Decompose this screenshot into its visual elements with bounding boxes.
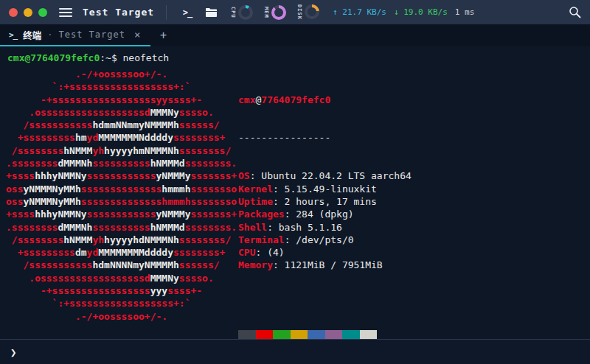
shell-prompt-line: cmx@7764079fefc0:~$ neofetch <box>7 52 169 64</box>
info-row: Shell: bash 5.1.16 <box>238 221 412 234</box>
art-line: /sssssssshNMMMyhhyyyyhdNMMMNhssssssss/ <box>6 234 237 246</box>
art-line: +sssssssssdmydMMMMMMMMddddyssssssss+ <box>6 246 237 259</box>
info-row: Terminal: /dev/pts/0 <box>238 234 412 246</box>
art-line: .ossssssssssssssssssdMMMNysssso. <box>6 272 237 284</box>
tab-terminal[interactable]: >_ 终端 · Test Target × <box>0 24 150 46</box>
neofetch-separator: ---------------- <box>238 131 412 144</box>
tab-subtitle: Test Target <box>59 29 125 40</box>
mem-gauge[interactable] <box>271 5 286 20</box>
tab-close-icon[interactable]: × <box>134 29 140 41</box>
new-tab-button[interactable]: + <box>150 24 176 46</box>
disk-gauge[interactable] <box>305 4 319 19</box>
info-row: Memory: 1121MiB / 7951MiB <box>238 259 412 271</box>
info-row: Packages: 284 (dpkg) <box>238 208 412 220</box>
tab-bar: >_ 终端 · Test Target × + <box>0 24 590 46</box>
art-line: .-/+oossssoo+/-. <box>6 68 237 80</box>
tab-terminal-icon: >_ <box>9 30 17 40</box>
art-line: .ssssssssdMMMNhsssssssssshNMMMdssssssss. <box>6 221 237 234</box>
disk-gauge-label: DISK <box>296 4 302 20</box>
art-line: -+sssssssssssssssssyyyssss+- <box>6 284 237 297</box>
art-line: ossyNMMMNyMMhsssssssssssssshmmmhssssssso <box>6 183 237 195</box>
cpu-gauge-label: CPU <box>230 7 236 18</box>
close-window-button[interactable] <box>9 8 18 17</box>
neofetch-ascii-art: .-/+oossssoo+/-. `:+ssssssssssssssssss+:… <box>6 68 237 323</box>
titlebar-divider <box>166 5 167 20</box>
art-line: ossyNMMMNyMMhsssssssssssssshmmmhssssssso <box>6 195 237 208</box>
download-speed: ↓ 19.0 KB/s <box>394 7 448 17</box>
art-line: +sssshhhyNMMNyssssssssssssyNMMMysssssss+ <box>6 208 237 220</box>
cpu-gauge-group: CPU <box>230 5 253 20</box>
art-line: +sssshhhyNMMNyssssssssssssyNMMMysssssss+ <box>6 169 237 182</box>
mem-gauge-group: MEM <box>263 5 286 20</box>
zoom-window-button[interactable] <box>38 8 47 17</box>
terminal-output[interactable]: cmx@7764079fefc0:~$ neofetch .-/+oosssso… <box>0 46 590 339</box>
art-line: `:+ssssssssssssssssss+:` <box>6 297 237 309</box>
prompt-user-host: cmx@7764079fefc0 <box>7 52 100 63</box>
folder-icon[interactable] <box>202 4 220 21</box>
prompt-chevron-icon: ❯ <box>10 346 16 358</box>
window-titlebar: Test Target >_ CPU MEM DISK ↑ 21.7 KB/s … <box>0 0 590 24</box>
info-row: OS: Ubuntu 22.04.2 LTS aarch64 <box>238 169 412 182</box>
latency: 1 ms <box>455 7 475 17</box>
neofetch-info-panel: cmx@7764079fefc0 ---------------- OS: Ub… <box>238 68 412 364</box>
network-stats: ↑ 21.7 KB/s ↓ 19.0 KB/s 1 ms <box>333 7 474 17</box>
art-line: .ossssssssssssssssssdMMMNysssso. <box>6 106 237 119</box>
window-title: Test Target <box>83 7 154 18</box>
info-row: Kernel: 5.15.49-linuxkit <box>238 183 412 195</box>
search-icon[interactable] <box>569 6 581 18</box>
info-row: Uptime: 2 hours, 17 mins <box>238 195 412 208</box>
tab-title: 终端 <box>23 28 41 42</box>
art-line: /ssssssssssshdmmNNmmyNMMMMhssssss/ <box>6 119 237 131</box>
art-line: /ssssssssssshdmNNNNmyNMMMMhssssss/ <box>6 259 237 271</box>
command-input-bar[interactable]: ❯ <box>0 339 590 364</box>
art-line: /sssssssshNMMMyhhyyyyhmNMMMNhssssssss/ <box>6 144 237 157</box>
cpu-gauge[interactable] <box>238 5 253 20</box>
menu-icon[interactable] <box>59 8 72 17</box>
traffic-lights <box>9 8 47 17</box>
upload-speed: ↑ 21.7 KB/s <box>333 7 386 17</box>
minimize-window-button[interactable] <box>24 8 32 17</box>
art-line: +ssssssssshmydMMMMMMMNddddyssssssss+ <box>6 131 237 144</box>
tab-separator: · <box>47 29 52 40</box>
art-line: .ssssssssdMMMNhsssssssssshNMMMdssssssss. <box>6 157 237 169</box>
info-row: CPU: (4) <box>238 246 412 259</box>
art-line: `:+ssssssssssssssssss+:` <box>6 80 237 93</box>
art-line: .-/+oossssoo+/-. <box>6 310 237 323</box>
mem-gauge-label: MEM <box>263 7 269 18</box>
prompt-symbol: :~$ <box>100 52 122 63</box>
neofetch-user-host: cmx@7764079fefc0 <box>238 94 412 106</box>
disk-gauge-group: DISK <box>296 4 319 20</box>
command-text: neofetch <box>123 52 170 63</box>
terminal-icon[interactable]: >_ <box>178 4 196 21</box>
art-line: -+ssssssssssssssssssyyssss+- <box>6 94 237 106</box>
